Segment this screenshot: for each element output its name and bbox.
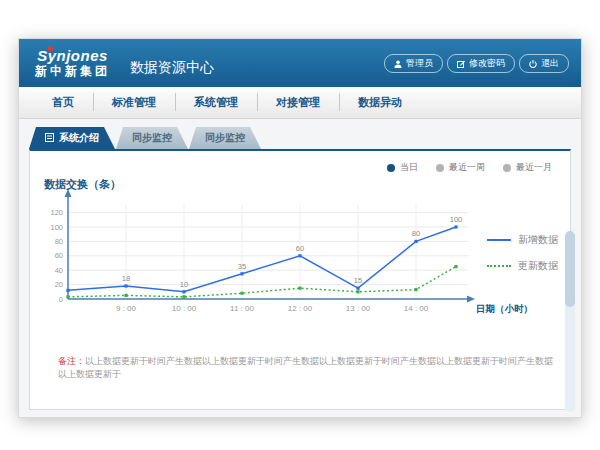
chart-panel: 当日 最近一周 最近一月 数据交换（条） 0204060801001209 : … (29, 149, 571, 410)
nav-item-interface-mgmt[interactable]: 对接管理 (257, 93, 339, 112)
legend-new-data: 新增数据 (487, 233, 558, 247)
document-icon (45, 133, 54, 144)
app-header: Synjones 新中新集团 数据资源中心 管理员 修改密码 退出 (19, 39, 581, 87)
nav-item-data-change[interactable]: 数据异动 (339, 93, 421, 112)
legend-label: 更新数据 (518, 259, 558, 273)
radio-label: 最近一月 (516, 161, 552, 174)
legend-line-swatch-solid (487, 239, 511, 241)
main-nav: 首页 标准管理 系统管理 对接管理 数据异动 (19, 87, 581, 119)
footnote-text: 以上数据更新于时间产生数据以上数据更新于时间产生数据以上数据更新于时间产生数据以… (58, 356, 553, 379)
change-password-button[interactable]: 修改密码 (447, 54, 515, 73)
legend-line-swatch-dotted (487, 265, 511, 267)
nav-item-system-mgmt[interactable]: 系统管理 (175, 93, 257, 112)
radio-dot-icon (503, 164, 511, 172)
radio-dot-icon (436, 164, 444, 172)
radio-last-week[interactable]: 最近一周 (436, 161, 485, 174)
logo-text-en: Synjones (35, 47, 110, 64)
legend-label: 新增数据 (518, 233, 558, 247)
current-user-button[interactable]: 管理员 (384, 54, 443, 73)
svg-text:60: 60 (55, 251, 63, 260)
chart-legend: 新增数据 更新数据 (487, 233, 558, 285)
legend-update-data: 更新数据 (487, 259, 558, 273)
time-range-filter: 当日 最近一周 最近一月 (387, 161, 552, 174)
tab-label: 同步监控 (205, 131, 245, 145)
current-user-label: 管理员 (406, 57, 433, 70)
logo-text-cn: 新中新集团 (35, 65, 110, 79)
svg-text:9 : 00: 9 : 00 (116, 304, 137, 313)
tab-label: 同步监控 (132, 131, 172, 145)
svg-text:10: 10 (180, 280, 188, 289)
power-icon (529, 60, 537, 68)
svg-text:100: 100 (50, 223, 63, 232)
svg-text:15: 15 (354, 276, 362, 285)
svg-text:120: 120 (50, 208, 63, 217)
tab-label: 系统介绍 (59, 131, 99, 145)
app-window: Synjones 新中新集团 数据资源中心 管理员 修改密码 退出 首页 标准管… (18, 38, 582, 418)
logout-button[interactable]: 退出 (519, 54, 569, 73)
svg-text:0: 0 (59, 295, 63, 304)
vertical-scrollbar[interactable] (565, 231, 575, 412)
page-title: 数据资源中心 (130, 59, 214, 77)
svg-text:80: 80 (55, 237, 63, 246)
company-logo: Synjones 新中新集团 (35, 47, 110, 78)
svg-text:13 : 00: 13 : 00 (346, 304, 371, 313)
radio-last-month[interactable]: 最近一月 (503, 161, 552, 174)
tab-bar: 系统介绍 同步监控 同步监控 (19, 119, 581, 149)
svg-text:10 : 00: 10 : 00 (172, 304, 197, 313)
svg-text:14 : 00: 14 : 00 (404, 304, 429, 313)
svg-text:40: 40 (55, 266, 63, 275)
radio-label: 最近一周 (449, 161, 485, 174)
svg-text:35: 35 (238, 262, 246, 271)
svg-text:18: 18 (122, 274, 130, 283)
svg-text:11 : 00: 11 : 00 (230, 304, 254, 313)
radio-dot-icon (387, 164, 395, 172)
user-icon (394, 60, 402, 68)
nav-item-home[interactable]: 首页 (33, 93, 93, 112)
radio-label: 当日 (400, 161, 418, 174)
svg-text:60: 60 (296, 244, 304, 253)
scrollbar-thumb[interactable] (565, 231, 575, 307)
tab-system-intro[interactable]: 系统介绍 (29, 127, 115, 149)
nav-item-standard-mgmt[interactable]: 标准管理 (93, 93, 175, 112)
tab-sync-monitor-2[interactable]: 同步监控 (189, 127, 261, 149)
svg-text:20: 20 (55, 280, 63, 289)
svg-text:12 : 00: 12 : 00 (288, 304, 313, 313)
content-area: 系统介绍 同步监控 同步监控 当日 最近一周 (19, 119, 581, 418)
radio-today[interactable]: 当日 (387, 161, 418, 174)
svg-text:100: 100 (450, 215, 463, 224)
svg-text:日期（小时）: 日期（小时） (476, 303, 533, 315)
edit-icon (457, 60, 465, 68)
footnote-prefix: 备注： (58, 356, 85, 366)
svg-text:80: 80 (412, 229, 420, 238)
tab-sync-monitor-1[interactable]: 同步监控 (116, 127, 188, 149)
change-password-label: 修改密码 (469, 57, 505, 70)
logout-label: 退出 (541, 57, 559, 70)
footnote: 备注：以上数据更新于时间产生数据以上数据更新于时间产生数据以上数据更新于时间产生… (58, 355, 554, 380)
line-chart: 0204060801001209 : 0010 : 0011 : 0012 : … (34, 187, 534, 322)
user-actions: 管理员 修改密码 退出 (384, 54, 569, 73)
